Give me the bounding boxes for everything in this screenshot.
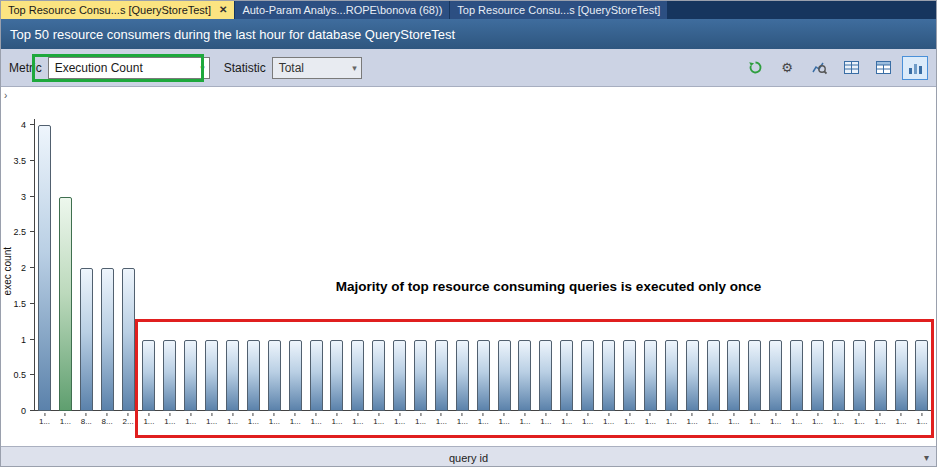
bar[interactable]: 1... <box>393 340 406 412</box>
statistic-dropdown[interactable]: Total ▾ <box>272 57 362 79</box>
bar[interactable]: 1... <box>498 340 511 412</box>
bar[interactable]: 1... <box>310 340 323 412</box>
x-tick-label: 1... <box>415 413 426 426</box>
report-title-bar: Top 50 resource consumers during the las… <box>1 19 936 49</box>
x-tick-label: 2... <box>123 413 134 426</box>
x-axis-title: query id <box>449 452 488 464</box>
x-tick-label: 1... <box>60 413 71 426</box>
bar[interactable]: 1... <box>205 340 218 412</box>
bar[interactable]: 1... <box>518 340 531 412</box>
bar[interactable]: 1... <box>895 340 908 412</box>
bar[interactable]: 1... <box>623 340 636 412</box>
bar[interactable]: 1... <box>142 340 155 412</box>
bar[interactable]: 1... <box>707 340 720 412</box>
bar[interactable]: 1... <box>477 340 490 412</box>
bar[interactable]: 1... <box>372 340 385 412</box>
bar[interactable]: 1... <box>560 340 573 412</box>
bar[interactable]: 1... <box>832 340 845 412</box>
x-tick-label: 1... <box>478 413 489 426</box>
bar[interactable]: 1... <box>644 340 657 412</box>
view-chart-button[interactable] <box>902 56 928 80</box>
x-tick-label: 1... <box>227 413 238 426</box>
x-tick-label: 1... <box>687 413 698 426</box>
x-tick-label: 8... <box>81 413 92 426</box>
bar[interactable]: 1... <box>665 340 678 412</box>
x-tick-label: 1... <box>331 413 342 426</box>
statistic-label: Statistic <box>224 61 266 75</box>
x-tick-label: 1... <box>436 413 447 426</box>
x-tick-label: 1... <box>916 413 927 426</box>
bar[interactable]: 1... <box>581 340 594 412</box>
bar-chart-icon <box>908 61 923 74</box>
x-tick-label: 1... <box>645 413 656 426</box>
bar[interactable]: 1... <box>686 340 699 412</box>
y-tick-label: 0 <box>1 406 26 416</box>
tab-top-resource-consumers-2[interactable]: Top Resource Consu...s [QueryStoreTest] <box>450 1 667 19</box>
bar[interactable]: 1... <box>351 340 364 412</box>
x-axis-selector-bar[interactable]: query id ▾ <box>1 446 936 467</box>
page-title: Top 50 resource consumers during the las… <box>10 27 455 42</box>
x-tick-label: 1... <box>248 413 259 426</box>
grid-detail-icon <box>876 61 891 74</box>
y-tick-label: 0.5 <box>1 370 26 380</box>
bar[interactable]: 1... <box>727 340 740 412</box>
bar[interactable]: 1... <box>853 340 866 412</box>
bar[interactable]: 1... <box>874 340 887 412</box>
bar[interactable]: 1... <box>539 340 552 412</box>
refresh-button[interactable] <box>742 56 768 80</box>
x-tick-label: 1... <box>561 413 572 426</box>
y-tick-label: 1.5 <box>1 299 26 309</box>
y-tick-label: 2 <box>1 263 26 273</box>
refresh-icon <box>748 60 763 75</box>
bar[interactable]: 1... <box>811 340 824 412</box>
track-query-button[interactable] <box>806 56 832 80</box>
bar[interactable]: 8... <box>80 268 93 411</box>
view-grid-button[interactable] <box>838 56 864 80</box>
tab-label: Top Resource Consu...s [QueryStoreTest] <box>457 4 660 16</box>
bar[interactable]: 1... <box>226 340 239 412</box>
chart-area: › exec count 00.511.522.533.54 1...1...8… <box>1 87 936 446</box>
bar[interactable]: 1... <box>602 340 615 412</box>
x-tick-label: 1... <box>749 413 760 426</box>
bar[interactable]: 1... <box>456 340 469 412</box>
bar[interactable]: 8... <box>101 268 114 411</box>
chevron-down-icon: ▾ <box>190 63 205 73</box>
x-tick-label: 1... <box>352 413 363 426</box>
x-tick-label: 1... <box>895 413 906 426</box>
metric-dropdown[interactable]: Execution Count ▾ <box>48 57 210 79</box>
close-icon[interactable]: ✕ <box>219 5 227 15</box>
bar[interactable]: 1... <box>38 125 51 411</box>
chevron-down-icon[interactable]: ▾ <box>924 452 929 463</box>
view-grid-detail-button[interactable] <box>870 56 896 80</box>
x-tick-label: 8... <box>102 413 113 426</box>
toolbar-buttons: ⚙ <box>742 56 928 80</box>
y-tick-label: 4 <box>1 120 26 130</box>
bar[interactable]: 1... <box>163 340 176 412</box>
bar[interactable]: 1... <box>330 340 343 412</box>
auto-refresh-settings-button[interactable]: ⚙ <box>774 56 800 80</box>
bar[interactable]: 1... <box>289 340 302 412</box>
bar[interactable]: 1... <box>59 197 72 412</box>
document-tab-bar: Top Resource Consu...s [QueryStoreTest] … <box>1 1 936 19</box>
metric-label: Metric <box>9 61 42 75</box>
bar[interactable]: 1... <box>268 340 281 412</box>
bar[interactable]: 1... <box>790 340 803 412</box>
x-tick-label: 1... <box>540 413 551 426</box>
gear-icon: ⚙ <box>781 60 793 75</box>
y-tick-label: 3.5 <box>1 156 26 166</box>
bar[interactable]: 1... <box>769 340 782 412</box>
bar[interactable]: 1... <box>915 340 928 412</box>
bar[interactable]: 1... <box>748 340 761 412</box>
bar[interactable]: 1... <box>247 340 260 412</box>
chevron-down-icon: ▾ <box>342 63 357 73</box>
bar[interactable]: 1... <box>184 340 197 412</box>
tab-auto-param-analysis[interactable]: Auto-Param Analys...ROPE\bonova (68)) <box>235 1 449 19</box>
x-tick-label: 1... <box>666 413 677 426</box>
x-tick-label: 1... <box>854 413 865 426</box>
tab-top-resource-consumers-active[interactable]: Top Resource Consu...s [QueryStoreTest] … <box>1 1 234 19</box>
bar[interactable]: 1... <box>435 340 448 412</box>
bar[interactable]: 2... <box>122 268 135 411</box>
x-tick-label: 1... <box>290 413 301 426</box>
bar[interactable]: 1... <box>414 340 427 412</box>
chart-annotation-text: Majority of top resource consuming queri… <box>171 279 926 294</box>
